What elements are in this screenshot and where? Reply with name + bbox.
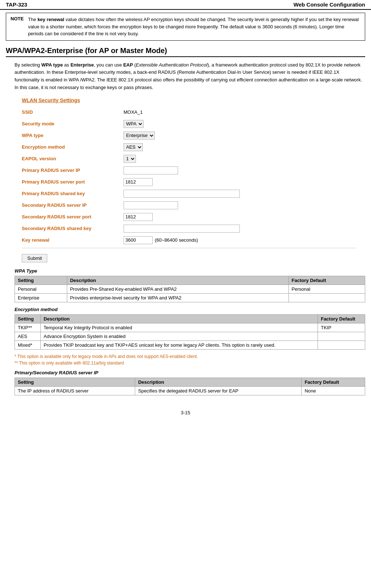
table-cell: [318, 341, 365, 349]
table-cell: [289, 293, 365, 302]
enc-col-setting: Setting: [15, 314, 41, 323]
body-paragraph: By selecting WPA type as Enterprise, you…: [15, 61, 365, 92]
table-row: Mixed* Provides TKIP broadcast key and T…: [15, 341, 365, 349]
wpa-type-select[interactable]: Enterprise: [124, 132, 155, 140]
section-heading: WPA/WPA2-Enterprise (for AP or Master Mo…: [6, 47, 365, 57]
radius-col-setting: Setting: [15, 378, 135, 386]
form-row-secondary-radius-key: Secondary RADIUS shared key: [22, 224, 356, 233]
table-cell: None: [302, 386, 365, 395]
ssid-value: MOXA_1: [124, 109, 143, 115]
form-row-primary-radius-key: Primary RADIUS shared key: [22, 189, 356, 198]
table-row: The IP address of RADIUS server Specifie…: [15, 386, 365, 395]
table-row: Enterprise Provides enterprise-level sec…: [15, 293, 365, 302]
wlan-form-container: WLAN Security Settings SSID MOXA_1 Secur…: [22, 97, 356, 262]
table-cell: The IP address of RADIUS server: [15, 386, 135, 395]
primary-radius-key-input[interactable]: [124, 190, 240, 198]
primary-radius-port-input[interactable]: [124, 178, 153, 186]
form-row-encryption-method: Encryption method AES: [22, 142, 356, 152]
table-cell: AES: [15, 332, 41, 341]
form-row-primary-radius-port: Primary RADIUS server port: [22, 177, 356, 187]
eapol-version-select[interactable]: 1: [124, 155, 136, 163]
page-footer: 3-15: [0, 403, 371, 423]
page-number: 3-15: [181, 410, 190, 415]
table-cell: Personal: [289, 285, 365, 293]
primary-radius-ip-label: Primary RADIUS server IP: [22, 168, 124, 173]
table-cell: TKIP**: [15, 323, 41, 332]
enc-col-factory-default: Factory Default: [318, 314, 365, 323]
wlan-form-title: WLAN Security Settings: [22, 97, 356, 103]
form-row-eapol-version: EAPOL version 1: [22, 154, 356, 164]
form-row-primary-radius-ip: Primary RADIUS server IP: [22, 166, 356, 175]
form-row-wpa-type: WPA type Enterprise: [22, 131, 356, 140]
table-cell: Enterprise: [15, 293, 67, 302]
page-title: Web Console Configuration: [294, 1, 365, 8]
table-cell: Advance Encryption System is enabled: [41, 332, 318, 341]
wpa-type-table: Setting Description Factory Default Pers…: [15, 276, 365, 302]
table-cell: TKIP: [318, 323, 365, 332]
secondary-radius-ip-input[interactable]: [124, 201, 178, 209]
note-box: NOTE The key renewal value dictates how …: [6, 13, 365, 41]
radius-col-factory-default: Factory Default: [302, 378, 365, 386]
form-row-secondary-radius-port: Secondary RADIUS server port: [22, 212, 356, 222]
table-cell: Temporal Key Integrity Protocol is enabl…: [41, 323, 318, 332]
enc-note-2: ** This option is only available with 80…: [15, 361, 365, 366]
form-row-ssid: SSID MOXA_1: [22, 108, 356, 117]
wpa-type-col-description: Description: [67, 276, 289, 285]
wpa-type-col-setting: Setting: [15, 276, 67, 285]
enc-note-1: * This option is available only for lega…: [15, 354, 365, 359]
table-cell: [318, 332, 365, 341]
primary-radius-key-label: Primary RADIUS shared key: [22, 191, 124, 196]
note-label: NOTE: [11, 16, 24, 37]
submit-button[interactable]: Submit: [22, 254, 47, 262]
table-cell: Provides TKIP broadcast key and TKIP+AES…: [41, 341, 318, 349]
table-row: Personal Provides Pre-Shared Key-enabled…: [15, 285, 365, 293]
ssid-label: SSID: [22, 109, 124, 115]
secondary-radius-key-label: Secondary RADIUS shared key: [22, 226, 124, 231]
form-row-secondary-radius-ip: Secondary RADIUS server IP: [22, 201, 356, 210]
radius-ip-table: Setting Description Factory Default The …: [15, 378, 365, 395]
table-cell: Specifies the delegated RADIUS server fo…: [135, 386, 302, 395]
primary-radius-ip-input[interactable]: [124, 166, 178, 174]
encryption-method-subsection-title: Encryption method: [15, 307, 365, 312]
security-mode-label: Security mode: [22, 121, 124, 126]
table-row: TKIP** Temporal Key Integrity Protocol i…: [15, 323, 365, 332]
key-renewal-suffix: (60~86400 seconds): [155, 237, 198, 243]
enc-col-description: Description: [41, 314, 318, 323]
radius-ip-subsection-title: Primary/Secondary RADIUS server IP: [15, 370, 365, 375]
secondary-radius-ip-label: Secondary RADIUS server IP: [22, 202, 124, 208]
wpa-type-col-factory-default: Factory Default: [289, 276, 365, 285]
note-content: The key renewal value dictates how often…: [28, 16, 360, 37]
wpa-type-label: WPA type: [22, 133, 124, 138]
form-row-security-mode: Security mode WPA: [22, 119, 356, 129]
key-renewal-label: Key renewal: [22, 237, 124, 243]
page-header: TAP-323 Web Console Configuration: [0, 0, 371, 10]
table-cell: Personal: [15, 285, 67, 293]
security-mode-select[interactable]: WPA: [124, 120, 144, 128]
table-cell: Mixed*: [15, 341, 41, 349]
secondary-radius-key-input[interactable]: [124, 225, 240, 233]
eapol-version-label: EAPOL version: [22, 156, 124, 161]
secondary-radius-port-input[interactable]: [124, 213, 153, 221]
wpa-type-subsection-title: WPA Type: [15, 268, 365, 274]
primary-radius-port-label: Primary RADIUS server port: [22, 179, 124, 185]
encryption-method-table: Setting Description Factory Default TKIP…: [15, 314, 365, 350]
table-cell: Provides Pre-Shared Key-enabled WPA and …: [67, 285, 289, 293]
encryption-method-label: Encryption method: [22, 144, 124, 150]
secondary-radius-port-label: Secondary RADIUS server port: [22, 214, 124, 220]
form-row-key-renewal: Key renewal (60~86400 seconds): [22, 235, 356, 245]
radius-col-description: Description: [135, 378, 302, 386]
table-cell: Provides enterprise-level security for W…: [67, 293, 289, 302]
table-row: AES Advance Encryption System is enabled: [15, 332, 365, 341]
key-renewal-input[interactable]: [124, 236, 153, 244]
product-name: TAP-323: [6, 1, 27, 8]
encryption-method-select[interactable]: AES: [124, 143, 143, 151]
